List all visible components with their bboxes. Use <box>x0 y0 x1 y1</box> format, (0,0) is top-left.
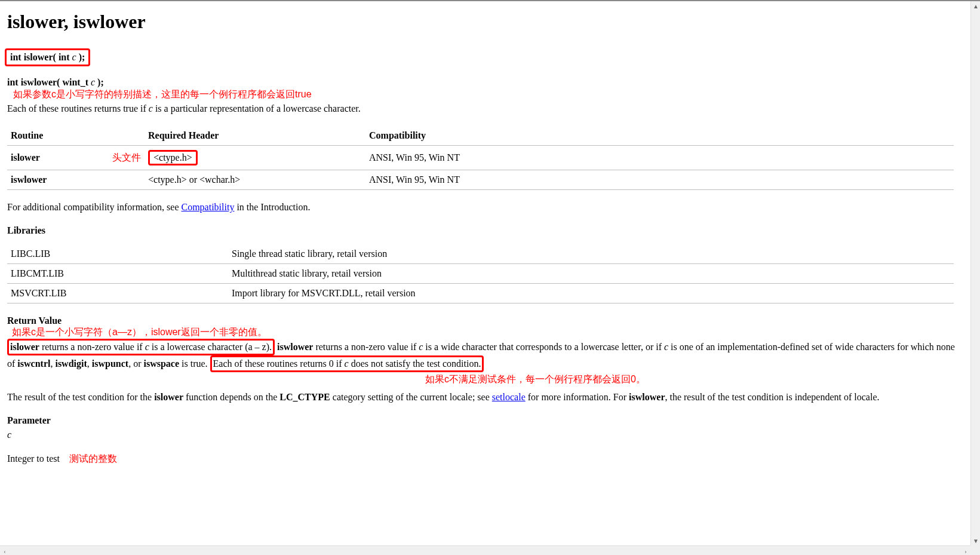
return-value-text: islower returns a non-zero value if c is… <box>7 339 963 372</box>
libraries-table: LIBC.LIB Single thread static library, r… <box>7 244 954 303</box>
cell-lib-name: LIBCMT.LIB <box>7 264 228 284</box>
table-row: MSVCRT.LIB Import library for MSVCRT.DLL… <box>7 284 954 303</box>
document-viewport: islower, iswlower int islower( int c ); … <box>0 0 980 555</box>
scroll-corner <box>970 545 980 555</box>
cell-compat: ANSI, Win 95, Win NT <box>365 145 954 170</box>
cell-lib-name: LIBC.LIB <box>7 244 228 264</box>
th-required-header: Required Header <box>145 126 365 146</box>
heading-libraries: Libraries <box>7 225 963 236</box>
parameter-name: c <box>7 428 963 441</box>
scroll-right-icon[interactable]: › <box>961 546 970 555</box>
heading-parameter: Parameter <box>7 415 963 426</box>
description-text: Each of these routines returns true if c… <box>7 102 963 115</box>
cell-header: <ctype.h> or <wchar.h> <box>145 170 365 189</box>
annotation-return-value-1: 如果c是一个小写字符（a—z），islower返回一个非零的值。 <box>12 326 963 339</box>
annotation-description: 如果参数c是小写字符的特别描述，这里的每一个例行程序都会返回true <box>13 88 963 101</box>
link-setlocale[interactable]: setlocale <box>492 392 526 402</box>
table-row: LIBC.LIB Single thread static library, r… <box>7 244 954 264</box>
page-title: islower, iswlower <box>7 11 963 33</box>
heading-return-value: Return Value <box>7 315 963 326</box>
horizontal-scrollbar[interactable]: ‹ › <box>0 545 970 555</box>
annotation-header-label: 头文件 <box>112 151 141 164</box>
annotation-parameter: 测试的整数 <box>69 453 117 464</box>
vertical-scrollbar[interactable]: ▲ ▼ <box>970 1 980 545</box>
cell-compat: ANSI, Win 95, Win NT <box>365 170 954 189</box>
cell-routine: iswlower <box>11 174 47 185</box>
cell-routine: islower <box>11 152 40 162</box>
th-routine: Routine <box>7 126 145 146</box>
table-row: iswlower <ctype.h> or <wchar.h> ANSI, Wi… <box>7 170 954 189</box>
link-compatibility[interactable]: Compatibility <box>182 202 235 212</box>
table-header-row: Routine Required Header Compatibility <box>7 126 954 146</box>
document-body: islower, iswlower int islower( int c ); … <box>0 1 970 545</box>
signature-iswlower: int iswlower( wint_t c ); <box>7 76 963 89</box>
cell-lib-desc: Single thread static library, retail ver… <box>228 244 954 264</box>
compatibility-note: For additional compatibility information… <box>7 201 963 214</box>
return-value-highlight-1: islower returns a non-zero value if c is… <box>7 339 275 355</box>
scroll-left-icon[interactable]: ‹ <box>0 546 10 555</box>
table-row: LIBCMT.LIB Multithread static library, r… <box>7 264 954 284</box>
cell-lib-desc: Import library for MSVCRT.DLL, retail ve… <box>228 284 954 303</box>
cell-lib-name: MSVCRT.LIB <box>7 284 228 303</box>
th-compatibility: Compatibility <box>365 126 954 146</box>
parameter-description: Integer to test 测试的整数 <box>7 452 963 465</box>
signature-islower-highlight: int islower( int c ); <box>5 48 90 66</box>
cell-header-highlight: <ctype.h> <box>148 150 198 165</box>
annotation-return-value-2: 如果c不满足测试条件，每一个例行程序都会返回0。 <box>425 373 963 386</box>
return-value-highlight-2: Each of these routines returns 0 if c do… <box>210 355 484 372</box>
scroll-down-icon[interactable]: ▼ <box>971 536 980 545</box>
table-row: islower 头文件 <ctype.h> ANSI, Win 95, Win … <box>7 145 954 170</box>
scroll-up-icon[interactable]: ▲ <box>971 1 980 11</box>
signature-islower: int islower( int c ); <box>7 48 963 66</box>
routine-table: Routine Required Header Compatibility is… <box>7 126 954 190</box>
cell-lib-desc: Multithread static library, retail versi… <box>228 264 954 284</box>
locale-note: The result of the test condition for the… <box>7 391 963 404</box>
